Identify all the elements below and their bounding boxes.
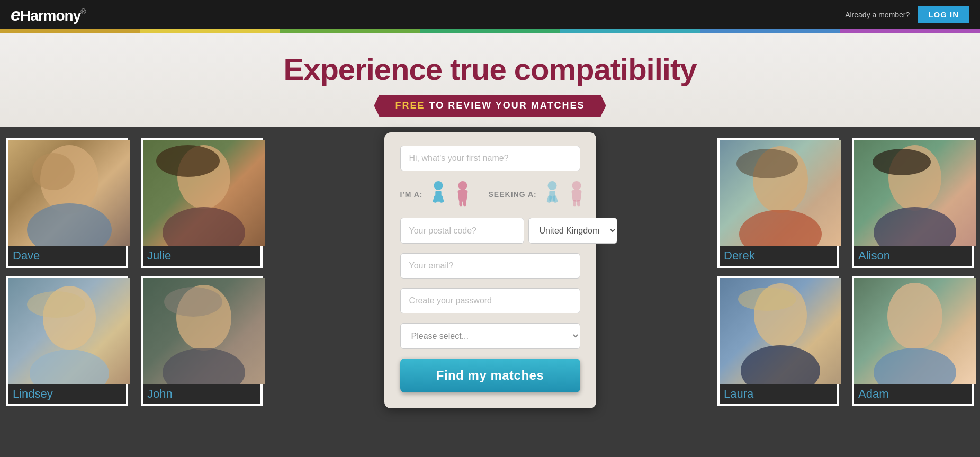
photo-julie bbox=[143, 140, 265, 246]
photo-lindsey bbox=[8, 278, 130, 384]
person-name-dave: Dave bbox=[8, 246, 126, 266]
logo-reg: ® bbox=[80, 7, 85, 16]
seeking-male-icon[interactable] bbox=[542, 181, 562, 208]
person-card-adam: Adam bbox=[852, 276, 974, 406]
person-name-laura: Laura bbox=[720, 384, 837, 404]
photo-dave bbox=[8, 140, 130, 246]
logo-e: e bbox=[11, 4, 20, 24]
person-card-derek: Derek bbox=[717, 138, 839, 268]
color-bar-3 bbox=[280, 29, 420, 33]
postal-input[interactable] bbox=[400, 218, 524, 244]
photo-adam bbox=[854, 278, 976, 384]
country-select[interactable]: United Kingdom United States Australia C… bbox=[528, 218, 617, 244]
ima-gender-icons bbox=[428, 181, 473, 208]
svg-rect-15 bbox=[438, 195, 444, 203]
person-name-john: John bbox=[143, 384, 260, 404]
person-name-julie: Julie bbox=[143, 246, 260, 266]
svg-point-8 bbox=[156, 145, 220, 177]
svg-point-23 bbox=[572, 181, 581, 190]
login-button[interactable]: LOG IN bbox=[918, 6, 969, 23]
color-bar-7 bbox=[840, 29, 980, 33]
svg-point-36 bbox=[874, 348, 956, 384]
header-right: Already a member? LOG IN bbox=[845, 6, 969, 23]
form-card: I'M A: bbox=[384, 132, 596, 408]
seeking-label: SEEKING A: bbox=[489, 190, 537, 199]
main-content: Dave Lindsey bbox=[0, 127, 980, 457]
svg-rect-14 bbox=[433, 195, 438, 203]
find-matches-button[interactable]: Find my matches bbox=[400, 359, 580, 392]
svg-point-4 bbox=[30, 350, 109, 384]
svg-point-12 bbox=[434, 181, 443, 190]
logo: eHarmony® bbox=[11, 4, 86, 25]
color-bar-6 bbox=[700, 29, 840, 33]
person-card-dave: Dave bbox=[6, 138, 128, 268]
svg-point-35 bbox=[887, 283, 942, 350]
person-name-adam: Adam bbox=[854, 384, 972, 404]
svg-rect-25 bbox=[577, 200, 580, 206]
ima-female-icon[interactable] bbox=[453, 181, 473, 208]
seeking-female-icon[interactable] bbox=[567, 181, 587, 208]
right-col-2: Alison Adam bbox=[846, 127, 980, 457]
left-col-2: Julie John bbox=[134, 127, 269, 457]
svg-point-19 bbox=[547, 181, 556, 190]
already-member-text: Already a member? bbox=[845, 11, 910, 19]
svg-point-28 bbox=[736, 149, 798, 178]
svg-point-34 bbox=[873, 149, 931, 175]
center-panel: I'M A: bbox=[269, 127, 711, 457]
hero-title: Experience true compatibility bbox=[0, 51, 980, 87]
person-name-derek: Derek bbox=[720, 246, 837, 266]
photo-derek bbox=[720, 140, 841, 246]
photo-john bbox=[143, 278, 265, 384]
photo-laura bbox=[720, 278, 841, 384]
svg-rect-24 bbox=[573, 200, 576, 206]
svg-point-5 bbox=[27, 291, 85, 318]
svg-rect-17 bbox=[459, 200, 462, 206]
person-card-john: John bbox=[141, 276, 263, 406]
email-input[interactable] bbox=[400, 253, 580, 279]
svg-rect-18 bbox=[463, 200, 466, 206]
banner: FREE TO REVIEW YOUR MATCHES bbox=[374, 95, 606, 117]
svg-point-2 bbox=[32, 153, 75, 190]
logo-area: eHarmony® bbox=[11, 4, 86, 25]
svg-point-27 bbox=[739, 210, 822, 246]
ima-male-icon[interactable] bbox=[428, 181, 448, 208]
person-card-lindsey: Lindsey bbox=[6, 276, 128, 406]
location-row: United Kingdom United States Australia C… bbox=[400, 218, 580, 244]
name-input[interactable] bbox=[400, 146, 580, 171]
banner-free: FREE bbox=[395, 100, 425, 111]
svg-point-7 bbox=[163, 207, 245, 246]
ima-label: I'M A: bbox=[400, 190, 423, 199]
svg-point-11 bbox=[164, 287, 222, 317]
right-people: Derek Laura bbox=[711, 127, 980, 457]
hero-section: Experience true compatibility FREE TO RE… bbox=[0, 33, 980, 127]
password-input[interactable] bbox=[400, 288, 580, 313]
svg-point-30 bbox=[741, 345, 820, 384]
color-bar-2 bbox=[140, 29, 280, 33]
right-col-1: Derek Laura bbox=[711, 127, 846, 457]
header: eHarmony® Already a member? LOG IN bbox=[0, 0, 980, 29]
left-col-1: Dave Lindsey bbox=[0, 127, 134, 457]
seeking-gender-icons bbox=[542, 181, 587, 208]
color-bar-5 bbox=[560, 29, 700, 33]
svg-rect-21 bbox=[546, 195, 552, 203]
person-card-julie: Julie bbox=[141, 138, 263, 268]
gender-row: I'M A: bbox=[400, 181, 580, 208]
banner-text: TO REVIEW YOUR MATCHES bbox=[429, 100, 585, 111]
svg-point-31 bbox=[738, 288, 796, 311]
color-bar-4 bbox=[420, 29, 560, 33]
dob-select[interactable]: Please select... 18-24 25-34 35-44 45-54… bbox=[400, 323, 580, 349]
svg-point-10 bbox=[163, 348, 245, 384]
photo-alison bbox=[854, 140, 976, 246]
svg-point-33 bbox=[874, 207, 956, 246]
svg-rect-22 bbox=[552, 195, 558, 203]
color-bar-1 bbox=[0, 29, 140, 33]
svg-point-16 bbox=[458, 181, 467, 190]
person-card-laura: Laura bbox=[717, 276, 839, 406]
color-bar bbox=[0, 29, 980, 33]
logo-harmony: Harmony bbox=[20, 7, 80, 24]
svg-point-1 bbox=[27, 203, 112, 246]
left-people: Dave Lindsey bbox=[0, 127, 269, 457]
person-name-alison: Alison bbox=[854, 246, 972, 266]
person-card-alison: Alison bbox=[852, 138, 974, 268]
person-name-lindsey: Lindsey bbox=[8, 384, 126, 404]
